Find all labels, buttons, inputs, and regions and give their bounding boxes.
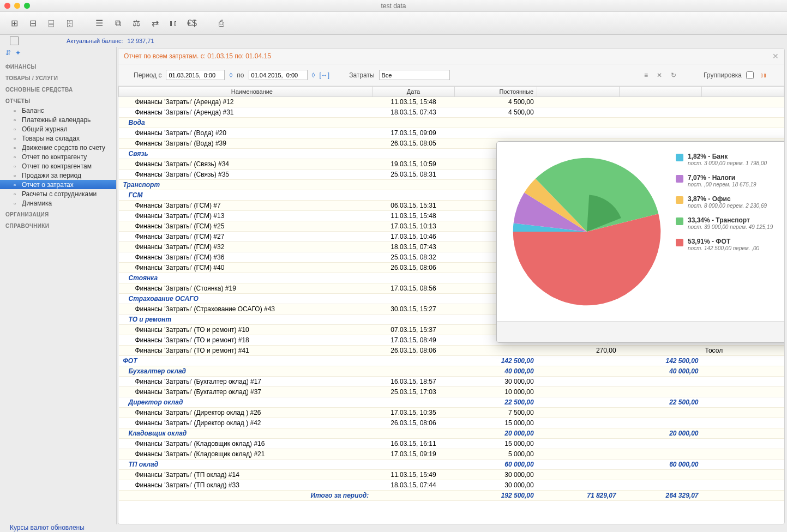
legend-title: 3,87% - Офис [688, 195, 767, 203]
table-row[interactable]: Финансы 'Затраты' (ТП оклад) #1411.03.15… [119, 470, 784, 480]
group-checkbox[interactable] [746, 71, 754, 79]
sidebar-item[interactable]: ▫Динамика [0, 198, 116, 208]
table-row[interactable]: Финансы 'Затраты' (Вода) #2017.03.15, 09… [119, 128, 784, 138]
column-header[interactable]: Дата [372, 87, 455, 97]
view-lines-icon[interactable]: ≡ [642, 71, 650, 79]
sidebar-category[interactable]: ОТЧЕТЫ [0, 94, 116, 106]
sidebar-toggle-icon[interactable] [10, 37, 19, 45]
report-close-icon[interactable]: ✕ [772, 52, 779, 61]
group-label: Группировка [704, 71, 742, 79]
column-header[interactable] [537, 87, 620, 97]
sb-tool2-icon[interactable]: ✦ [15, 49, 21, 58]
chart-toggle-icon[interactable]: ⫾⫾ [758, 71, 769, 79]
sidebar-item-label: Движение средств по счету [22, 144, 105, 152]
table-row[interactable]: Финансы 'Затраты' (Кладовщик оклад) #211… [119, 449, 784, 460]
legend-item: 33,34% - Транспортпост. 39 000,00 перем.… [676, 216, 785, 230]
tb-box2-icon[interactable]: ⌹ [62, 16, 77, 31]
sidebar-item[interactable]: ▫Товары на складах [0, 134, 116, 143]
sidebar-item[interactable]: ▫Отчет о затратах [0, 180, 116, 189]
window-min-icon[interactable] [14, 3, 20, 9]
balance-value: 12 937,71 [128, 38, 154, 44]
sidebar-item-icon: ▫ [11, 116, 19, 124]
table-row[interactable]: Кладовщик оклад20 000,0020 000,00 [119, 428, 784, 439]
table-row[interactable]: ТП оклад60 000,0060 000,00 [119, 460, 784, 470]
sidebar-item-icon: ▫ [11, 153, 19, 161]
sidebar-item[interactable]: ▫Платежный календарь [0, 115, 116, 124]
tb-print-icon[interactable]: ⎙ [214, 16, 229, 31]
date-to-input[interactable] [249, 70, 308, 80]
tb-add1-icon[interactable]: ⊞ [7, 16, 22, 31]
sidebar-item-label: Отчет о затратах [22, 181, 74, 189]
table-row[interactable]: Финансы 'Затраты' (Директор оклад ) #422… [119, 418, 784, 428]
tb-tree-icon[interactable]: ⇄ [147, 16, 163, 31]
legend-sub: пост. 3 000,00 перем. 1 798,00 [688, 160, 767, 166]
chart-popup: 1,82% - Банкпост. 3 000,00 перем. 1 798,… [496, 141, 785, 343]
sidebar-item-label: Отчет по контрагенту [22, 153, 87, 161]
tb-list-icon[interactable]: ☰ [92, 16, 107, 31]
table-row[interactable]: Вода [119, 118, 784, 128]
sidebar-item-label: Товары на складах [22, 135, 80, 142]
sidebar-category[interactable]: СПРАВОЧНИКИ [0, 219, 116, 231]
sidebar-item-label: Расчеты с сотрудниками [22, 190, 97, 198]
sidebar-item[interactable]: ▫Отчет по контрагентам [0, 161, 116, 171]
sidebar-category[interactable]: ТОВАРЫ / УСЛУГИ [0, 71, 116, 83]
column-header[interactable]: Наименование [119, 87, 373, 97]
date-range-icon[interactable]: [↔] [319, 71, 329, 79]
table-row[interactable]: Финансы 'Затраты' (Директор оклад ) #261… [119, 408, 784, 418]
tb-chart-icon[interactable]: ⧉ [110, 16, 125, 31]
tb-fx-icon[interactable]: €$ [184, 16, 200, 31]
sidebar-item-icon: ▫ [11, 135, 19, 142]
legend-swatch-icon [676, 154, 683, 161]
sidebar-item-icon: ▫ [11, 107, 19, 114]
cost-select[interactable] [379, 70, 450, 80]
sidebar-category[interactable]: ОСНОВНЫЕ СРЕДСТВА [0, 83, 116, 94]
table-row[interactable]: Бухгалтер оклад40 000,0040 000,00 [119, 366, 784, 377]
legend-item: 1,82% - Банкпост. 3 000,00 перем. 1 798,… [676, 153, 785, 166]
sidebar-item[interactable]: ▫Продажи за период [0, 171, 116, 180]
sidebar-item-label: Продажи за период [22, 172, 81, 179]
table-row[interactable]: ФОТ142 500,00142 500,00 [119, 356, 784, 366]
view-refresh-icon[interactable]: ↻ [669, 71, 678, 79]
sidebar-item[interactable]: ▫Общий журнал [0, 124, 116, 134]
view-expand-icon[interactable]: ✕ [654, 71, 664, 79]
window-close-icon[interactable] [4, 3, 10, 9]
table-row[interactable]: Финансы 'Затраты' (ТО и ремонт) #4126.03… [119, 346, 784, 356]
column-header[interactable] [702, 87, 784, 97]
sidebar-category[interactable]: ФИНАНСЫ [0, 60, 116, 71]
filter-bar: Период с ◊ по ◊ [↔] Затраты ≡ ✕ ↻ Группи… [118, 64, 784, 86]
table-row[interactable]: Финансы 'Затраты' (Аренда) #3118.03.15, … [119, 107, 784, 118]
legend-title: 33,34% - Транспорт [688, 216, 773, 224]
period-to-label: по [237, 71, 244, 79]
table-row[interactable]: Финансы 'Затраты' (ТП оклад) #3318.03.15… [119, 480, 784, 491]
sidebar: ⇵ ✦ ФИНАНСЫТОВАРЫ / УСЛУГИОСНОВНЫЕ СРЕДС… [0, 47, 117, 524]
table-row[interactable]: Директор оклад22 500,0022 500,00 [119, 397, 784, 408]
legend-swatch-icon [676, 239, 683, 246]
sidebar-item[interactable]: ▫Движение средств по счету [0, 143, 116, 152]
window-max-icon[interactable] [24, 3, 30, 9]
date-from-step-icon[interactable]: ◊ [229, 71, 232, 79]
sidebar-item[interactable]: ▫Баланс [0, 106, 116, 115]
tb-scale-icon[interactable]: ⚖ [129, 16, 144, 31]
tb-box1-icon[interactable]: ⌸ [44, 16, 59, 31]
table-row[interactable]: Финансы 'Затраты' (Аренда) #1211.03.15, … [119, 97, 784, 107]
sidebar-item-icon: ▫ [11, 172, 19, 179]
tb-add2-icon[interactable]: ⊟ [25, 16, 40, 31]
legend-item: 7,07% - Налогипост. ,00 перем. 18 675,19 [676, 174, 785, 188]
column-header[interactable] [620, 87, 702, 97]
date-from-input[interactable] [166, 70, 225, 80]
legend-item: 3,87% - Офиспост. 8 000,00 перем. 2 230,… [676, 195, 785, 209]
column-header[interactable]: Постоянные [455, 87, 537, 97]
sidebar-item[interactable]: ▫Отчет по контрагенту [0, 152, 116, 161]
sidebar-item[interactable]: ▫Расчеты с сотрудниками [0, 189, 116, 198]
legend-title: 7,07% - Налоги [688, 174, 756, 182]
tb-bar-icon[interactable]: ⫾⫾ [166, 16, 181, 31]
table-row[interactable]: Финансы 'Затраты' (Бухгалтер оклад) #372… [119, 387, 784, 397]
date-to-step-icon[interactable]: ◊ [312, 71, 315, 79]
sidebar-category[interactable]: ОРГАНИЗАЦИЯ [0, 208, 116, 219]
legend-title: 1,82% - Банк [688, 153, 767, 160]
sb-tool1-icon[interactable]: ⇵ [5, 49, 11, 58]
sidebar-item-label: Платежный календарь [22, 116, 91, 124]
legend-swatch-icon [676, 196, 683, 204]
table-row[interactable]: Финансы 'Затраты' (Бухгалтер оклад) #171… [119, 377, 784, 387]
table-row[interactable]: Финансы 'Затраты' (Кладовщик оклад) #161… [119, 439, 784, 449]
